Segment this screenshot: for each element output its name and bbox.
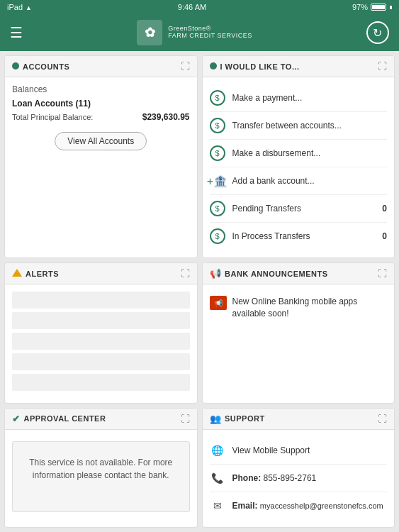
iwlt-label-2: Make a disbursement...: [232, 148, 388, 158]
svg-text:✿: ✿: [145, 26, 155, 40]
support-widget: 👥 SUPPORT ⛶ 🌐 View Mobile Support 📞 Phon…: [202, 408, 395, 528]
loan-accounts-label: Loan Accounts (11): [12, 99, 91, 109]
email-value: myaccesshelp@greenstonefcs.com: [260, 501, 383, 510]
announcement-icon: 📢: [210, 296, 227, 310]
battery-tip: [390, 6, 392, 9]
announcements-title: 📢 BANK ANNOUNCEMENTS: [210, 268, 328, 279]
view-mobile-support-label: View Mobile Support: [232, 445, 310, 455]
iwlt-label-5: In Process Transfers: [232, 231, 376, 241]
announcements-widget-header: 📢 BANK ANNOUNCEMENTS ⛶: [203, 263, 395, 284]
approval-center-icon: ✔: [12, 414, 21, 424]
support-expand-icon[interactable]: ⛶: [378, 414, 387, 424]
alert-row: [12, 312, 190, 329]
support-body: 🌐 View Mobile Support 📞 Phone: 855-895-2…: [203, 430, 395, 526]
support-item-mobile[interactable]: 🌐 View Mobile Support: [210, 437, 388, 465]
alerts-expand-icon[interactable]: ⛶: [181, 268, 190, 279]
phone-icon: 📞: [210, 470, 225, 486]
phone-value: 855-895-2761: [264, 473, 317, 483]
approval-center-title: ✔ APPROVAL CENTER: [12, 414, 106, 424]
alert-row: [12, 292, 190, 309]
support-email-row: Email: myaccesshelp@greenstonefcs.com: [232, 501, 383, 511]
balances-label: Balances: [12, 84, 190, 94]
iwlt-dollar-icon: $: [210, 145, 225, 161]
iwlt-label-3: Add a bank account...: [232, 176, 388, 186]
alerts-icon: [12, 268, 22, 279]
phone-label: Phone:: [232, 473, 262, 483]
view-all-accounts-button[interactable]: View All Accounts: [55, 132, 147, 150]
alert-row: [12, 374, 190, 391]
announcements-expand-icon[interactable]: ⛶: [378, 268, 387, 279]
alerts-widget-header: ALERTS ⛶: [5, 263, 197, 284]
announcements-icon: 📢: [210, 268, 222, 279]
logo-container: ✿ GreenStone® FARM CREDIT SERVICES: [137, 20, 252, 45]
iwlt-label-4: Pending Transfers: [232, 204, 376, 214]
iwlt-label-0: Make a payment...: [232, 93, 388, 103]
iwlt-widget: I WOULD LIKE TO... ⛶ $ Make a payment...…: [202, 55, 395, 258]
accounts-widget: ACCOUNTS ⛶ Balances Loan Accounts (11) T…: [4, 55, 198, 258]
iwlt-add-icon: +🏦: [210, 173, 225, 189]
battery-percentage: 97%: [352, 3, 368, 11]
iwlt-item-2[interactable]: $ Make a disbursement...: [210, 140, 388, 167]
iwlt-item-1[interactable]: $ Transfer between accounts...: [210, 112, 388, 140]
iwlt-title: I WOULD LIKE TO...: [210, 61, 300, 72]
carrier-label: iPad: [7, 3, 23, 11]
total-principal-row: Total Principal Balance: $239,630.95: [12, 110, 190, 122]
iwlt-item-5[interactable]: $ In Process Transfers 0: [210, 223, 388, 250]
alerts-body: [5, 284, 197, 401]
loan-accounts-row: Loan Accounts (11): [12, 99, 190, 109]
support-widget-header: 👥 SUPPORT ⛶: [203, 409, 395, 430]
iwlt-widget-header: I WOULD LIKE TO... ⛶: [203, 56, 395, 77]
approval-center-widget: ✔ APPROVAL CENTER ⛶ This service is not …: [4, 408, 198, 528]
iwlt-badge-4: 0: [382, 204, 387, 214]
support-item-phone: 📞 Phone: 855-895-2761: [210, 465, 388, 492]
wifi-icon: [26, 3, 32, 11]
iwlt-body: $ Make a payment... $ Transfer between a…: [203, 77, 395, 257]
iwlt-badge-5: 0: [382, 231, 387, 241]
announcement-item: 📢 New Online Banking mobile apps availab…: [210, 292, 388, 324]
iwlt-dollar-icon: $: [210, 228, 225, 244]
hamburger-menu[interactable]: ☰: [10, 24, 23, 41]
alert-row: [12, 333, 190, 350]
logo-sub: FARM CREDIT SERVICES: [168, 33, 252, 40]
iwlt-item-4[interactable]: $ Pending Transfers 0: [210, 195, 388, 223]
battery-icon: [371, 4, 386, 11]
accounts-title: ACCOUNTS: [12, 61, 69, 72]
alert-row: [12, 353, 190, 370]
total-principal-label: Total Principal Balance:: [12, 113, 93, 121]
announcements-body: 📢 New Online Banking mobile apps availab…: [203, 284, 395, 331]
email-icon: ✉: [210, 498, 225, 514]
support-icon: 👥: [210, 414, 222, 424]
iwlt-dollar-icon: $: [210, 201, 225, 216]
app-header: ☰ ✿ GreenStone® FARM CREDIT SERVICES ↻: [0, 14, 399, 51]
support-phone-row: Phone: 855-895-2761: [232, 473, 317, 483]
iwlt-item-3[interactable]: +🏦 Add a bank account...: [210, 167, 388, 195]
status-bar: iPad 9:46 AM 97%: [0, 0, 399, 14]
main-content: ACCOUNTS ⛶ Balances Loan Accounts (11) T…: [0, 51, 399, 532]
time-label: 9:46 AM: [178, 3, 206, 11]
total-principal-value: $239,630.95: [142, 112, 190, 122]
iwlt-icon: [210, 61, 217, 72]
accounts-widget-header: ACCOUNTS ⛶: [5, 56, 197, 77]
accounts-expand-icon[interactable]: ⛶: [181, 61, 190, 72]
iwlt-label-1: Transfer between accounts...: [232, 121, 388, 131]
alerts-title: ALERTS: [12, 268, 59, 279]
logo-text: GreenStone® FARM CREDIT SERVICES: [168, 26, 252, 40]
approval-center-message: This service is not available. For more …: [12, 441, 190, 512]
announcement-text: New Online Banking mobile apps available…: [232, 296, 388, 320]
announcements-widget: 📢 BANK ANNOUNCEMENTS ⛶ 📢 New Online Bank…: [202, 262, 395, 403]
globe-icon: 🌐: [210, 443, 225, 458]
iwlt-item-0[interactable]: $ Make a payment...: [210, 84, 388, 112]
accounts-icon: [12, 61, 19, 72]
accounts-body: Balances Loan Accounts (11) Total Princi…: [5, 77, 197, 157]
alerts-widget: ALERTS ⛶: [4, 262, 198, 403]
logo-icon: ✿: [137, 20, 162, 45]
approval-center-header: ✔ APPROVAL CENTER ⛶: [5, 409, 197, 430]
email-label: Email:: [232, 501, 258, 511]
iwlt-dollar-icon: $: [210, 90, 225, 106]
refresh-button[interactable]: ↻: [366, 21, 389, 44]
support-item-email: ✉ Email: myaccesshelp@greenstonefcs.com: [210, 492, 388, 519]
approval-center-expand-icon[interactable]: ⛶: [181, 414, 190, 424]
iwlt-dollar-icon: $: [210, 118, 225, 133]
approval-center-body: This service is not available. For more …: [5, 430, 197, 523]
iwlt-expand-icon[interactable]: ⛶: [378, 61, 387, 72]
